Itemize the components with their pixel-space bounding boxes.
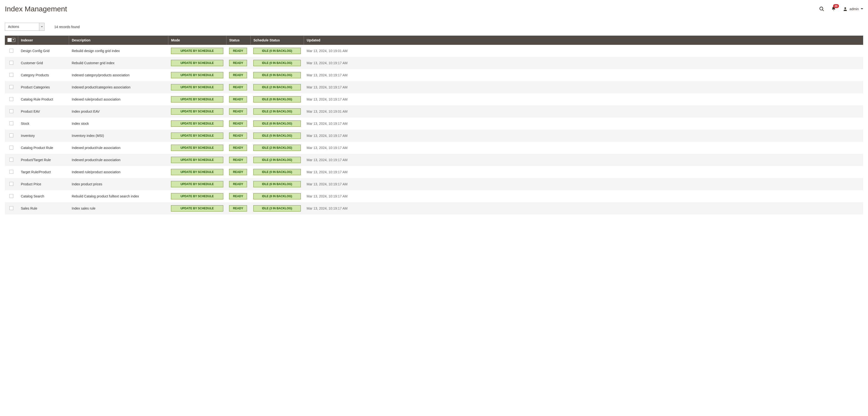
- table-row: StockIndex stockUPDATE BY SCHEDULEREADYI…: [5, 118, 863, 130]
- row-checkbox[interactable]: [9, 194, 13, 198]
- cell-indexer: Target Rule/Product: [18, 166, 69, 178]
- row-checkbox[interactable]: [9, 49, 13, 53]
- cell-updated: Mar 13, 2024, 10:19:17 AM: [304, 69, 863, 81]
- status-badge: READY: [229, 132, 247, 139]
- cell-indexer: Catalog Product Rule: [18, 142, 69, 154]
- cell-description: Rebuild Customer grid index: [69, 57, 168, 69]
- table-row: Design Config GridRebuild design config …: [5, 45, 863, 57]
- mode-badge: UPDATE BY SCHEDULE: [171, 120, 223, 127]
- records-found-label: 14 records found: [54, 25, 80, 29]
- status-badge: READY: [229, 60, 247, 66]
- table-row: InventoryInventory index (MSI)UPDATE BY …: [5, 130, 863, 142]
- select-all-header[interactable]: [5, 36, 18, 45]
- cell-indexer: Catalog Search: [18, 190, 69, 202]
- cell-updated: Mar 13, 2024, 10:19:17 AM: [304, 81, 863, 93]
- row-checkbox[interactable]: [9, 97, 13, 101]
- cell-updated: Mar 13, 2024, 10:19:17 AM: [304, 178, 863, 190]
- cell-updated: Mar 13, 2024, 10:19:17 AM: [304, 118, 863, 130]
- status-badge: READY: [229, 84, 247, 90]
- actions-dropdown[interactable]: Actions: [5, 23, 44, 31]
- cell-indexer: Product Price: [18, 178, 69, 190]
- search-icon[interactable]: [819, 6, 825, 11]
- mode-badge: UPDATE BY SCHEDULE: [171, 205, 223, 211]
- schedule-badge: IDLE (6 IN BACKLOG): [253, 181, 301, 187]
- cell-updated: Mar 13, 2024, 10:19:17 AM: [304, 93, 863, 106]
- schedule-badge: IDLE (5 IN BACKLOG): [253, 132, 301, 139]
- col-header-status[interactable]: Status: [226, 36, 250, 45]
- status-badge: READY: [229, 120, 247, 127]
- row-checkbox[interactable]: [9, 133, 13, 138]
- table-row: Product PriceIndex product pricesUPDATE …: [5, 178, 863, 190]
- cell-indexer: Product/Target Rule: [18, 154, 69, 166]
- col-header-schedule[interactable]: Schedule Status: [250, 36, 304, 45]
- status-badge: READY: [229, 205, 247, 211]
- row-checkbox[interactable]: [9, 121, 13, 125]
- status-badge: READY: [229, 72, 247, 78]
- cell-description: Index stock: [69, 118, 168, 130]
- row-checkbox[interactable]: [9, 109, 13, 113]
- cell-description: Rebuild Catalog product fulltext search …: [69, 190, 168, 202]
- cell-updated: Mar 13, 2024, 10:19:17 AM: [304, 142, 863, 154]
- cell-indexer: Catalog Rule Product: [18, 93, 69, 106]
- cell-description: Index sales rule: [69, 202, 168, 214]
- svg-point-2: [844, 7, 846, 9]
- header-actions: 39 admin: [819, 6, 863, 12]
- col-header-indexer[interactable]: Indexer: [18, 36, 69, 45]
- index-grid: Indexer Description Mode Status Schedule…: [5, 36, 863, 214]
- mode-badge: UPDATE BY SCHEDULE: [171, 108, 223, 115]
- schedule-badge: IDLE (8 IN BACKLOG): [253, 193, 301, 199]
- actions-dropdown-label: Actions: [5, 23, 39, 31]
- status-badge: READY: [229, 145, 247, 151]
- row-checkbox[interactable]: [9, 182, 13, 186]
- notification-count-badge: 39: [833, 4, 839, 8]
- user-name-label: admin: [849, 7, 859, 11]
- cell-updated: Mar 13, 2024, 10:19:17 AM: [304, 154, 863, 166]
- select-all-checkbox[interactable]: [8, 38, 11, 42]
- row-checkbox[interactable]: [9, 170, 13, 174]
- svg-point-0: [820, 7, 823, 10]
- cell-description: Index product EAV: [69, 106, 168, 118]
- schedule-badge: IDLE (0 IN BACKLOG): [253, 60, 301, 66]
- table-row: Catalog Rule ProductIndexed rule/product…: [5, 93, 863, 106]
- status-badge: READY: [229, 193, 247, 199]
- mode-badge: UPDATE BY SCHEDULE: [171, 60, 223, 66]
- row-checkbox[interactable]: [9, 146, 13, 149]
- row-checkbox[interactable]: [9, 73, 13, 77]
- row-checkbox[interactable]: [9, 85, 13, 89]
- cell-indexer: Inventory: [18, 130, 69, 142]
- cell-updated: Mar 13, 2024, 10:19:17 AM: [304, 57, 863, 69]
- cell-indexer: Customer Grid: [18, 57, 69, 69]
- toolbar: Actions 14 records found: [5, 23, 863, 31]
- cell-description: Indexed category/products association: [69, 69, 168, 81]
- cell-indexer: Stock: [18, 118, 69, 130]
- cell-description: Index product prices: [69, 178, 168, 190]
- table-row: Catalog SearchRebuild Catalog product fu…: [5, 190, 863, 202]
- user-menu[interactable]: admin: [843, 6, 863, 11]
- schedule-badge: IDLE (6 IN BACKLOG): [253, 120, 301, 127]
- row-checkbox[interactable]: [9, 206, 13, 210]
- mode-badge: UPDATE BY SCHEDULE: [171, 193, 223, 199]
- col-header-mode[interactable]: Mode: [168, 36, 226, 45]
- table-row: Customer GridRebuild Customer grid index…: [5, 57, 863, 69]
- notifications-button[interactable]: 39: [831, 6, 836, 12]
- col-header-description[interactable]: Description: [69, 36, 168, 45]
- cell-indexer: Sales Rule: [18, 202, 69, 214]
- table-row: Product/Target RuleIndexed product/rule …: [5, 154, 863, 166]
- mode-badge: UPDATE BY SCHEDULE: [171, 132, 223, 139]
- row-checkbox[interactable]: [9, 158, 13, 161]
- status-badge: READY: [229, 157, 247, 163]
- cell-indexer: Category Products: [18, 69, 69, 81]
- schedule-badge: IDLE (0 IN BACKLOG): [253, 169, 301, 175]
- cell-indexer: Product EAV: [18, 106, 69, 118]
- cell-description: Rebuild design config grid index: [69, 45, 168, 57]
- col-header-updated[interactable]: Updated: [304, 36, 863, 45]
- mode-badge: UPDATE BY SCHEDULE: [171, 48, 223, 54]
- status-badge: READY: [229, 96, 247, 102]
- schedule-badge: IDLE (2 IN BACKLOG): [253, 157, 301, 163]
- chevron-down-icon[interactable]: [11, 38, 15, 42]
- row-checkbox[interactable]: [9, 61, 13, 65]
- mode-badge: UPDATE BY SCHEDULE: [171, 96, 223, 102]
- cell-updated: Mar 13, 2024, 10:19:17 AM: [304, 202, 863, 214]
- schedule-badge: IDLE (3 IN BACKLOG): [253, 205, 301, 211]
- mode-badge: UPDATE BY SCHEDULE: [171, 145, 223, 151]
